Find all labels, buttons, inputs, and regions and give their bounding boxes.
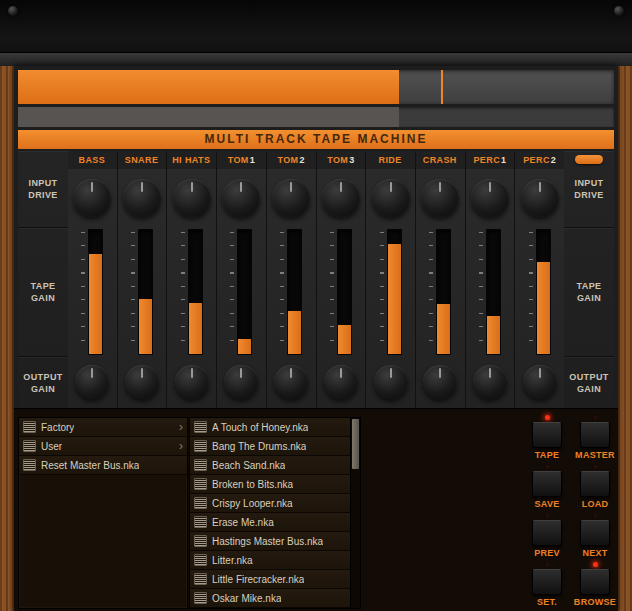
knob-pointer [340,182,342,192]
preset-item[interactable]: Oskar Mike.nka [190,589,360,608]
tape-gain-meter[interactable] [536,229,551,355]
output-gain-knob[interactable] [374,365,408,399]
output-gain-knob[interactable] [324,365,358,399]
output-gain-knob[interactable] [75,365,109,399]
input-drive-label: INPUT DRIVE [23,177,63,201]
master-led [593,415,598,420]
preset-browser: Factory › User › Reset Master Bus.nka A … [14,408,618,611]
knob-pointer [390,368,392,378]
tape-timeline-bar[interactable] [18,107,614,127]
knob-pointer [91,368,93,378]
tape-gain-meter[interactable] [337,229,352,355]
tape-gain-meter[interactable] [188,229,203,355]
scrollbar[interactable] [350,418,360,608]
preset-item[interactable]: Reset Master Bus.nka [19,456,187,475]
tape-position-bar[interactable] [18,70,614,104]
tape-gain-meter[interactable] [287,229,302,355]
output-gain-knob[interactable] [125,365,159,399]
tape-gain-meter[interactable] [436,229,451,355]
channel-strip-bass: BASS [68,151,117,408]
browse-button[interactable] [580,569,610,595]
output-gain-knob[interactable] [274,365,308,399]
channel-strips: BASS SNARE HI HATS [68,151,564,408]
input-drive-knob[interactable] [322,179,360,217]
meter-fill [89,254,102,353]
channel-label: TOM2 [267,151,316,169]
preset-item[interactable]: Crispy Looper.nka [190,494,360,513]
knob-pointer [489,182,491,192]
knob-pointer [290,182,292,192]
meter-fill [238,339,251,354]
folder-item[interactable]: Factory › [19,418,187,437]
tape-gain-label: TAPE GAIN [23,280,63,304]
plugin-title: MULTI TRACK TAPE MACHINE [18,130,614,149]
tape-machine-plugin: MULTI TRACK TAPE MACHINE INPUT DRIVE TAP… [0,0,632,611]
folder-item[interactable]: User › [19,437,187,456]
knob-pointer [240,368,242,378]
set-led [545,562,550,567]
next-button[interactable] [580,520,610,546]
input-drive-knob[interactable] [73,179,111,217]
knob-pointer [141,368,143,378]
knob-pointer [91,182,93,192]
file-icon [194,516,207,528]
mixer-section: INPUT DRIVE TAPE GAIN OUTPUT GAIN BASS S… [18,151,614,408]
scrollbar-thumb[interactable] [352,419,359,469]
load-button[interactable] [580,471,610,497]
tape-gain-meter[interactable] [88,229,103,355]
input-drive-knob[interactable] [521,179,559,217]
tape-button[interactable] [532,422,562,448]
tape-timeline-fill [18,107,399,127]
tape-gain-meter[interactable] [138,229,153,355]
tape-cursor [441,70,443,104]
preset-item[interactable]: Litter.nka [190,551,360,570]
preset-item[interactable]: A Touch of Honey.nka [190,418,360,437]
knob-pointer [539,182,541,192]
preset-item[interactable]: Hastings Master Bus.nka [190,532,360,551]
chevron-right-icon: › [179,421,183,433]
knob-pointer [290,368,292,378]
folder-icon [23,421,36,433]
master-button[interactable] [580,422,610,448]
channel-label: HI HATS [167,151,216,169]
output-gain-knob[interactable] [423,365,457,399]
preset-item[interactable]: Erase Me.nka [190,513,360,532]
input-drive-knob[interactable] [222,179,260,217]
tape-gain-meter[interactable] [387,229,402,355]
tape-gain-meter[interactable] [486,229,501,355]
preset-item[interactable]: Broken to Bits.nka [190,475,360,494]
meter-ticks [529,232,533,352]
tape-gain-meter[interactable] [237,229,252,355]
output-gain-knob[interactable] [473,365,507,399]
output-gain-knob[interactable] [224,365,258,399]
save-button[interactable] [532,471,562,497]
preset-item[interactable]: Bang The Drums.nka [190,437,360,456]
input-drive-knob[interactable] [173,179,211,217]
output-gain-knob[interactable] [523,365,557,399]
file-icon [194,535,207,547]
chevron-right-icon: › [179,440,183,452]
knob-pointer [439,368,441,378]
input-drive-knob[interactable] [421,179,459,217]
channel-strip-hihats: HI HATS [166,151,216,408]
knob-pointer [439,182,441,192]
output-gain-label: OUTPUT GAIN [23,371,63,395]
output-gain-knob[interactable] [175,365,209,399]
input-drive-knob[interactable] [272,179,310,217]
set-button[interactable] [532,569,562,595]
control-button-grid: TAPE MASTER SAVE LOAD PREV NEXT SET. BRO… [532,415,610,607]
channel-strip-tom1: TOM1 [216,151,266,408]
input-drive-knob[interactable] [123,179,161,217]
prev-led [545,513,550,518]
preset-file-list: A Touch of Honey.nka Bang The Drums.nka … [189,417,361,609]
knob-pointer [191,182,193,192]
prev-button[interactable] [532,520,562,546]
preset-item[interactable]: Little Firecracker.nka [190,570,360,589]
input-drive-knob[interactable] [372,179,410,217]
power-indicator[interactable] [575,155,603,164]
input-drive-knob[interactable] [471,179,509,217]
preset-item[interactable]: Beach Sand.nka [190,456,360,475]
browse-led [593,562,598,567]
channel-label: SNARE [118,151,167,169]
main-panel: MULTI TRACK TAPE MACHINE INPUT DRIVE TAP… [14,66,618,611]
